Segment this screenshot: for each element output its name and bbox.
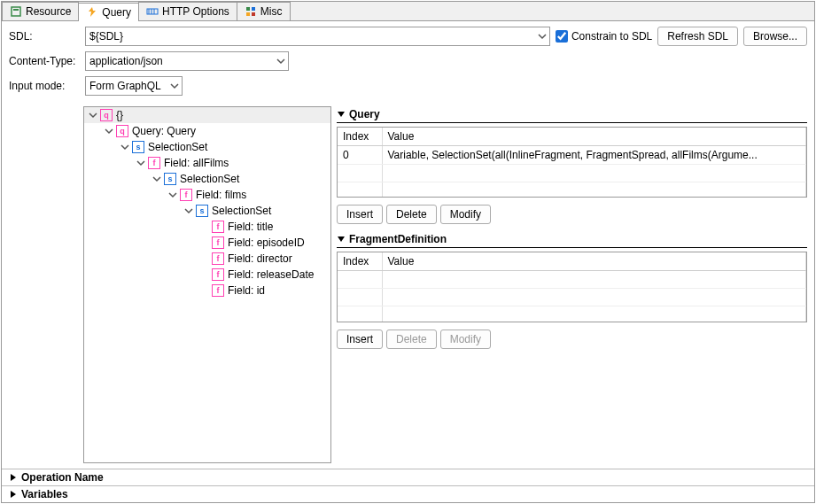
fragment-modify-button[interactable]: Modify (440, 330, 491, 349)
caret-down-icon[interactable] (152, 174, 162, 184)
caret-down-icon[interactable] (88, 110, 98, 120)
refresh-sdl-button[interactable]: Refresh SDL (657, 27, 738, 46)
tab-label: Resource (26, 5, 71, 18)
node-type-badge: f (180, 189, 192, 201)
node-type-badge: f (212, 268, 224, 281)
fragment-col-value: Value (382, 252, 806, 271)
node-type-badge: q (100, 109, 113, 121)
caret-down-icon (337, 110, 346, 119)
table-row[interactable] (338, 271, 806, 289)
tab-http-options[interactable]: HTTP Options (138, 2, 237, 20)
query-insert-button[interactable]: Insert (337, 205, 383, 224)
table-row[interactable] (338, 289, 806, 306)
svg-rect-0 (12, 7, 20, 16)
variables-section[interactable]: Variables (2, 486, 814, 502)
tab-bar: Resource Query HTTP Options Misc (2, 2, 814, 21)
node-label: Field: films (196, 189, 246, 201)
tree-node[interactable]: fField: releaseDate (84, 267, 330, 283)
constrain-to-sdl-checkbox[interactable]: Constrain to SDL (556, 30, 652, 43)
node-type-badge: q (116, 125, 128, 137)
tree-node[interactable]: qQuery: Query (84, 123, 330, 139)
fragment-delete-button[interactable]: Delete (386, 330, 437, 349)
constrain-checkbox-input[interactable] (556, 30, 568, 43)
tab-resource[interactable]: Resource (2, 2, 79, 20)
node-type-badge: s (132, 141, 144, 153)
misc-icon (245, 5, 257, 18)
node-type-badge: s (196, 205, 208, 217)
tree-node[interactable]: sSelectionSet (84, 171, 330, 187)
fragment-table[interactable]: Index Value (337, 252, 807, 322)
caret-right-icon (9, 473, 18, 482)
constrain-label: Constrain to SDL (571, 30, 652, 43)
sdl-input[interactable] (85, 27, 550, 46)
cell-value: Variable, SelectionSet(all(InlineFragmen… (382, 146, 806, 165)
fragment-section-header[interactable]: FragmentDefinition (337, 231, 807, 248)
tab-label: HTTP Options (162, 5, 229, 18)
query-section-header[interactable]: Query (337, 106, 807, 123)
node-type-badge: f (212, 252, 224, 265)
node-label: Query: Query (132, 125, 196, 137)
node-type-badge: f (148, 157, 160, 169)
tree-node[interactable]: sSelectionSet (84, 139, 330, 155)
query-modify-button[interactable]: Modify (440, 205, 491, 224)
caret-right-icon (9, 490, 18, 499)
browse-button[interactable]: Browse... (743, 27, 807, 46)
svg-rect-1 (13, 9, 19, 11)
graphql-tree[interactable]: q{}qQuery: QuerysSelectionSetfField: all… (83, 106, 331, 463)
tree-node[interactable]: fField: films (84, 187, 330, 203)
tree-node[interactable]: fField: id (84, 283, 330, 299)
operation-name-section[interactable]: Operation Name (2, 469, 814, 486)
tree-node[interactable]: fField: allFilms (84, 155, 330, 171)
caret-none (199, 253, 210, 264)
svg-rect-8 (246, 12, 250, 16)
query-delete-button[interactable]: Delete (386, 205, 437, 224)
resource-icon (10, 5, 22, 18)
query-table[interactable]: Index Value 0 Variable, SelectionSet(all… (337, 127, 807, 198)
variables-title: Variables (21, 488, 68, 500)
node-label: Field: title (228, 221, 273, 233)
table-row[interactable] (338, 165, 806, 182)
content-type-label: Content-Type: (9, 55, 80, 67)
node-label: SelectionSet (148, 141, 207, 153)
node-type-badge: f (212, 221, 224, 233)
query-col-value: Value (382, 128, 806, 146)
node-label: Field: releaseDate (228, 268, 314, 281)
table-row[interactable] (338, 182, 806, 198)
query-icon (86, 6, 98, 19)
caret-down-icon[interactable] (167, 190, 178, 200)
caret-down-icon[interactable] (183, 205, 194, 216)
cell-index: 0 (338, 146, 382, 165)
content-type-select[interactable] (85, 51, 289, 71)
tab-query[interactable]: Query (78, 3, 139, 21)
tab-label: Query (102, 6, 131, 19)
query-col-index: Index (338, 128, 382, 146)
svg-rect-7 (252, 7, 255, 11)
caret-none (199, 285, 210, 296)
node-label: Field: director (228, 252, 292, 265)
query-section-title: Query (349, 108, 380, 120)
tree-node[interactable]: fField: episodeID (84, 235, 330, 251)
input-mode-select[interactable] (85, 76, 183, 96)
node-label: Field: id (228, 284, 265, 297)
sdl-label: SDL: (9, 30, 80, 43)
node-type-badge: s (164, 173, 176, 185)
caret-none (199, 221, 210, 232)
svg-rect-9 (252, 12, 255, 16)
fragment-insert-button[interactable]: Insert (337, 330, 383, 349)
fragment-col-index: Index (338, 252, 382, 271)
caret-down-icon[interactable] (120, 142, 130, 152)
tree-node[interactable]: fField: title (84, 219, 330, 235)
node-label: SelectionSet (180, 173, 239, 185)
tree-node[interactable]: q{} (84, 107, 330, 123)
tree-node[interactable]: fField: director (84, 251, 330, 267)
table-row[interactable]: 0 Variable, SelectionSet(all(InlineFragm… (338, 146, 806, 165)
tree-node[interactable]: sSelectionSet (84, 203, 330, 219)
caret-down-icon[interactable] (104, 126, 114, 136)
fragment-section-title: FragmentDefinition (349, 233, 447, 245)
node-label: SelectionSet (212, 205, 271, 217)
input-mode-label: Input mode: (9, 80, 80, 92)
tab-misc[interactable]: Misc (237, 2, 291, 20)
table-row[interactable] (338, 306, 806, 323)
caret-down-icon[interactable] (136, 158, 146, 168)
operation-name-title: Operation Name (21, 471, 104, 484)
